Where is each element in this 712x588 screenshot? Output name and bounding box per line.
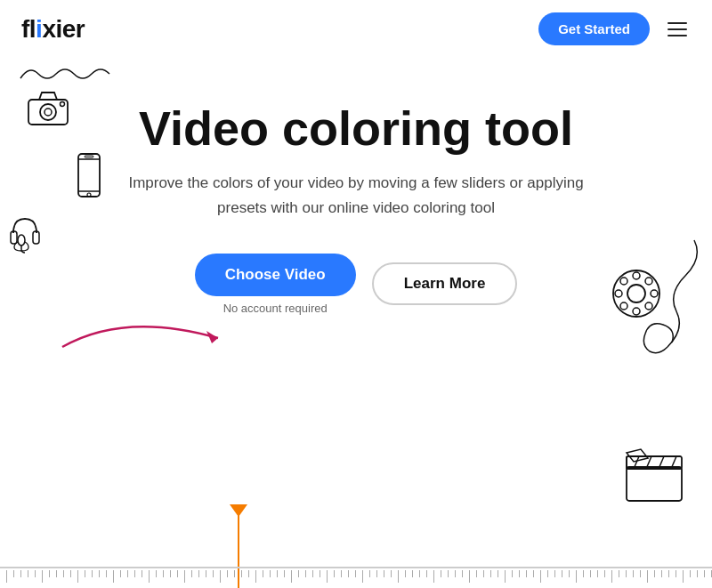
timeline-tick — [648, 570, 655, 577]
timeline-tick — [0, 570, 7, 583]
timeline-tick — [570, 570, 577, 583]
menu-line-3 — [668, 35, 687, 36]
timeline-tick — [7, 570, 14, 577]
timeline-tick — [434, 570, 441, 577]
timeline-tick — [456, 570, 463, 577]
main-content: Video coloring tool Improve the colors o… — [0, 58, 712, 324]
timeline-tick — [370, 570, 377, 577]
timeline-tick — [392, 570, 399, 583]
timeline-tick — [513, 570, 520, 577]
timeline-tick — [484, 570, 491, 577]
timeline-tick — [114, 570, 121, 577]
timeline-tick — [413, 570, 420, 577]
timeline-tick — [555, 570, 562, 577]
timeline-tick — [228, 570, 235, 577]
timeline-tick — [470, 570, 477, 577]
timeline-tick — [477, 570, 484, 577]
timeline-tick — [662, 570, 669, 577]
timeline-tick — [705, 570, 712, 577]
timeline-tick — [235, 570, 242, 577]
timeline-tick — [292, 570, 299, 577]
timeline-tick — [577, 570, 584, 577]
menu-line-1 — [668, 22, 687, 24]
timeline-tick — [584, 570, 591, 577]
timeline-tick — [278, 570, 285, 577]
timeline-tick — [356, 570, 363, 583]
timeline-tick — [50, 570, 57, 577]
timeline-tick — [406, 570, 413, 577]
timeline-tick — [684, 570, 691, 577]
timeline-tick — [384, 570, 392, 577]
timeline-tick — [206, 570, 214, 577]
timeline-tick — [14, 570, 21, 577]
timeline-tick — [320, 570, 328, 583]
timeline-tick — [43, 570, 50, 577]
timeline-tick — [520, 570, 527, 577]
hamburger-menu-button[interactable] — [664, 19, 691, 40]
timeline-tick — [342, 570, 349, 577]
timeline-tick — [85, 570, 93, 577]
timeline-tick — [21, 570, 28, 577]
timeline-tick — [221, 570, 228, 577]
timeline-tick — [135, 570, 142, 577]
timeline-tick — [271, 570, 278, 577]
svg-line-28 — [671, 456, 676, 469]
timeline-tick — [142, 570, 150, 583]
timeline-tick — [676, 570, 684, 583]
timeline-tick — [150, 570, 157, 577]
timeline-tick — [498, 570, 506, 583]
timeline-tick — [242, 570, 249, 577]
timeline-tick — [641, 570, 648, 583]
timeline-tick — [214, 570, 221, 583]
timeline-tick — [107, 570, 114, 583]
timeline-tick — [691, 570, 698, 577]
timeline-tick — [93, 570, 100, 577]
choose-video-button[interactable]: Choose Video — [195, 254, 356, 296]
timeline-tick — [100, 570, 107, 577]
timeline-tick — [349, 570, 356, 577]
timeline-tick — [399, 570, 406, 577]
timeline-tick — [491, 570, 498, 577]
clapper-doodle — [623, 447, 685, 508]
timeline-tick — [128, 570, 135, 577]
hero-title: Video coloring tool — [139, 102, 573, 155]
svg-line-26 — [646, 456, 651, 469]
timeline-tick — [527, 570, 534, 577]
timeline-tick — [171, 570, 178, 577]
timeline-tick — [698, 570, 705, 577]
timeline-tick — [36, 570, 43, 583]
learn-more-button[interactable]: Learn More — [372, 262, 518, 305]
get-started-button[interactable]: Get Started — [538, 12, 650, 45]
svg-rect-23 — [627, 456, 682, 469]
timeline-tick — [78, 570, 85, 577]
timeline-tick — [178, 570, 185, 583]
timeline-tick — [299, 570, 306, 577]
timeline-ruler — [0, 567, 712, 588]
timeline-tick — [164, 570, 171, 577]
timeline-tick — [256, 570, 263, 577]
timeline-tick — [591, 570, 598, 577]
timeline-tick — [598, 570, 605, 577]
timeline-tick — [669, 570, 676, 577]
timeline-tick — [64, 570, 71, 577]
timeline-tick — [605, 570, 612, 583]
timeline-tick — [185, 570, 192, 577]
timeline-tick — [534, 570, 541, 583]
menu-line-2 — [668, 28, 687, 30]
timeline-tick — [427, 570, 434, 583]
timeline-tick — [619, 570, 627, 577]
timeline-tick — [249, 570, 256, 583]
hero-subtitle: Improve the colors of your video by movi… — [125, 171, 587, 219]
timeline-tick — [463, 570, 470, 583]
timeline-tick — [627, 570, 634, 577]
cta-row: Choose Video No account required Learn M… — [195, 254, 518, 315]
timeline-tick — [328, 570, 335, 577]
timeline-tick — [562, 570, 570, 577]
timeline-tick — [449, 570, 456, 577]
timeline-tick — [199, 570, 206, 577]
timeline-tick — [541, 570, 548, 577]
svg-line-27 — [659, 456, 664, 469]
timeline-tick — [57, 570, 64, 577]
timeline-tick — [285, 570, 292, 583]
timeline-tick — [306, 570, 313, 577]
